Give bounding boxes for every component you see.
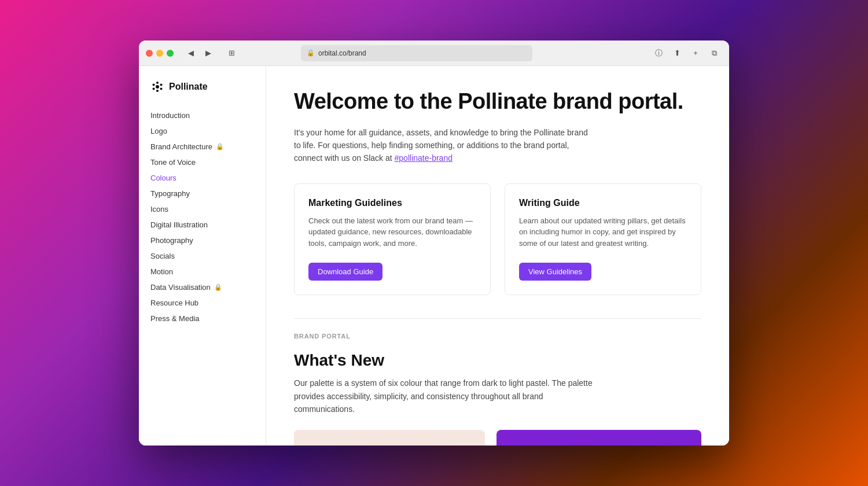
- sidebar-toggle-button[interactable]: ⊞: [223, 45, 240, 61]
- browser-actions: ⓘ ⬆ + ⧉: [650, 45, 722, 61]
- lock-icon: 🔒: [216, 143, 224, 150]
- svg-point-0: [156, 85, 159, 89]
- traffic-light-red[interactable]: [146, 50, 153, 57]
- main-content: Welcome to the Pollinate brand portal. I…: [266, 66, 729, 446]
- sidebar-item-logo[interactable]: Logo: [139, 123, 266, 139]
- sidebar-item-motion[interactable]: Motion: [139, 264, 266, 279]
- svg-point-2: [160, 84, 163, 86]
- browser-window: ◀ ▶ ⊞ 🔒 orbital.co/brand ⓘ ⬆ + ⧉: [139, 41, 729, 446]
- slack-link[interactable]: #pollinate-brand: [395, 153, 453, 163]
- writing-guide-title: Writing Guide: [519, 198, 687, 208]
- browser-chrome: ◀ ▶ ⊞ 🔒 orbital.co/brand ⓘ ⬆ + ⧉: [139, 41, 729, 66]
- info-button[interactable]: ⓘ: [650, 45, 667, 61]
- preview-images: + +: [294, 430, 701, 446]
- logo-text: Pollinate: [169, 82, 208, 92]
- app-layout: Pollinate Introduction Logo Brand Archit…: [139, 66, 729, 446]
- traffic-light-green[interactable]: [167, 50, 174, 57]
- sidebar-item-tone-of-voice[interactable]: Tone of Voice: [139, 154, 266, 170]
- download-guide-button[interactable]: Download Guide: [308, 263, 382, 281]
- url-text: orbital.co/brand: [318, 49, 366, 57]
- sidebar-item-typography[interactable]: Typography: [139, 186, 266, 201]
- preview-image-right: + +: [496, 430, 701, 446]
- pollinate-logo-icon: [150, 80, 164, 94]
- svg-point-1: [156, 82, 159, 84]
- sidebar-item-digital-illustration[interactable]: Digital Illustration: [139, 217, 266, 233]
- new-tab-button[interactable]: +: [687, 45, 704, 61]
- sidebar-item-socials[interactable]: Socials: [139, 248, 266, 264]
- forward-button[interactable]: ▶: [200, 45, 216, 61]
- svg-point-5: [153, 88, 155, 90]
- lock-icon: 🔒: [214, 284, 222, 291]
- section-label: BRAND PORTAL: [294, 333, 701, 340]
- sidebar-item-icons[interactable]: Icons: [139, 201, 266, 217]
- svg-point-4: [156, 90, 159, 92]
- traffic-light-yellow[interactable]: [156, 50, 163, 57]
- sidebar-nav: Introduction Logo Brand Architecture 🔒 T…: [139, 108, 266, 326]
- svg-point-6: [153, 84, 155, 86]
- lock-icon: 🔒: [307, 49, 315, 57]
- sidebar-item-colours[interactable]: Colours: [139, 170, 266, 186]
- sidebar: Pollinate Introduction Logo Brand Archit…: [139, 66, 266, 446]
- whats-new-description: Our palette is a system of six colour th…: [294, 377, 595, 415]
- whats-new-title: What's New: [294, 351, 701, 370]
- tabs-button[interactable]: ⧉: [706, 45, 722, 61]
- sidebar-item-resource-hub[interactable]: Resource Hub: [139, 295, 266, 311]
- sidebar-item-introduction[interactable]: Introduction: [139, 108, 266, 123]
- writing-guide-card: Writing Guide Learn about our updated wr…: [505, 183, 701, 296]
- svg-point-3: [160, 88, 163, 90]
- sidebar-item-data-visualisation[interactable]: Data Visualisation 🔒: [139, 279, 266, 295]
- browser-nav: ◀ ▶: [183, 45, 216, 61]
- back-button[interactable]: ◀: [183, 45, 199, 61]
- traffic-lights: [146, 50, 174, 57]
- writing-guide-description: Learn about our updated writing pillars,…: [519, 215, 687, 249]
- cards-row: Marketing Guidelines Check out the lates…: [294, 183, 701, 296]
- sidebar-item-photography[interactable]: Photography: [139, 233, 266, 248]
- marketing-guidelines-card: Marketing Guidelines Check out the lates…: [294, 183, 491, 296]
- preview-image-left: [294, 430, 485, 446]
- sidebar-logo: Pollinate: [139, 80, 266, 108]
- sidebar-item-press-media[interactable]: Press & Media: [139, 311, 266, 326]
- marketing-guidelines-title: Marketing Guidelines: [308, 198, 476, 208]
- section-divider: [294, 318, 701, 319]
- marketing-guidelines-description: Check out the latest work from our brand…: [308, 215, 476, 249]
- share-button[interactable]: ⬆: [669, 45, 685, 61]
- address-bar[interactable]: 🔒 orbital.co/brand: [301, 45, 532, 61]
- hero-title: Welcome to the Pollinate brand portal.: [294, 89, 701, 115]
- sidebar-item-brand-architecture[interactable]: Brand Architecture 🔒: [139, 139, 266, 154]
- view-guidelines-button[interactable]: View Guidelines: [519, 263, 591, 281]
- hero-description: It's your home for all guidance, assets,…: [294, 126, 595, 165]
